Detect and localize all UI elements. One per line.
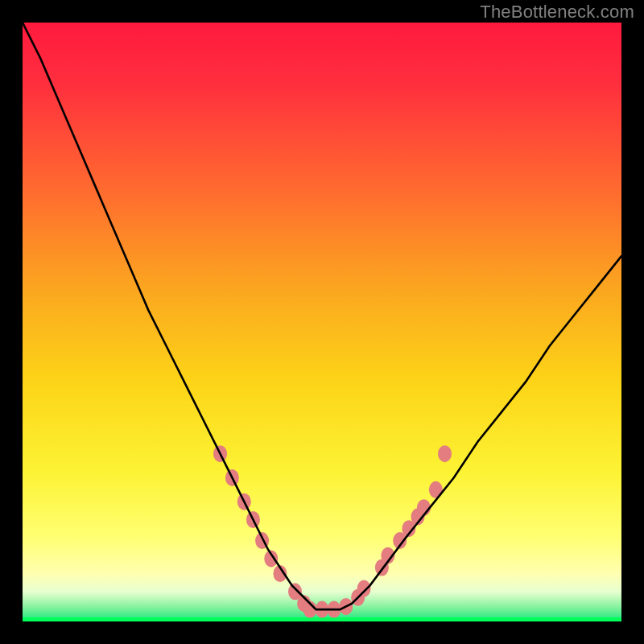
data-point-marker: [438, 445, 452, 462]
chart-frame: TheBottleneck.com: [0, 0, 644, 644]
plot-area: [23, 23, 621, 621]
data-point-marker: [357, 580, 371, 597]
bottleneck-chart: [23, 23, 621, 621]
gradient-background: [23, 23, 621, 621]
watermark-text: TheBottleneck.com: [480, 2, 634, 23]
bright-green-baseline: [23, 617, 621, 621]
